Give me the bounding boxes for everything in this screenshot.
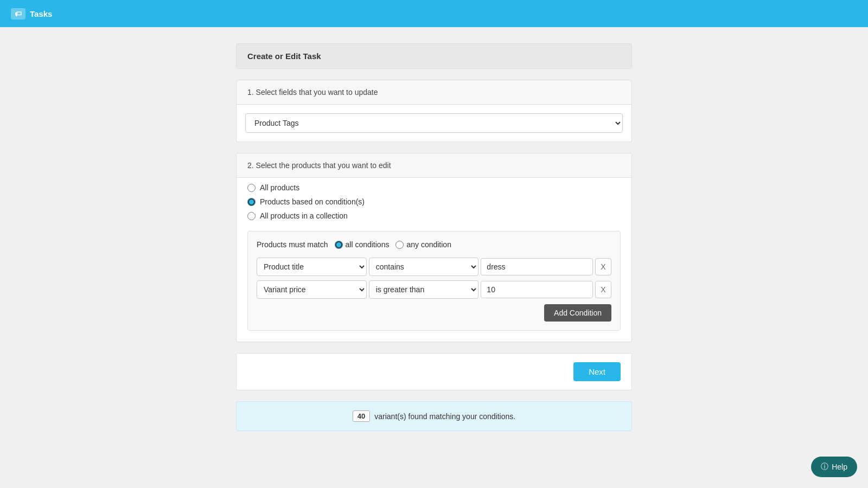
condition-row-1: Product title Variant price Product vend… bbox=[257, 280, 611, 299]
info-bar: 40 variant(s) found matching your condit… bbox=[236, 401, 632, 431]
condition-1-operator-select[interactable]: is greater than is less than is equal to… bbox=[369, 280, 479, 299]
condition-0-operator-select[interactable]: contains does not contain is equal to is… bbox=[369, 258, 479, 276]
conditions-box: Products must match all conditions any c… bbox=[247, 231, 621, 331]
main-content: Create or Edit Task 1. Select fields tha… bbox=[236, 43, 632, 431]
tag-icon: 🏷 bbox=[11, 8, 25, 20]
section1-content: Product Tags Product Title Product Descr… bbox=[236, 105, 632, 142]
radio-conditions-label: Products based on condition(s) bbox=[260, 197, 365, 206]
radio-conditions[interactable]: Products based on condition(s) bbox=[247, 197, 621, 206]
radio-all-products-input[interactable] bbox=[247, 184, 256, 192]
field-select[interactable]: Product Tags Product Title Product Descr… bbox=[245, 113, 623, 133]
condition-0-field-select[interactable]: Product title Variant price Product vend… bbox=[257, 258, 367, 276]
match-all-label: all conditions bbox=[346, 240, 390, 249]
condition-0-remove-button[interactable]: X bbox=[595, 258, 611, 275]
page-title: Create or Edit Task bbox=[237, 44, 631, 68]
help-button[interactable]: ⓘ Help bbox=[811, 457, 857, 477]
help-label: Help bbox=[832, 463, 847, 471]
next-button[interactable]: Next bbox=[573, 362, 621, 381]
radio-all-products[interactable]: All products bbox=[247, 183, 621, 192]
radio-collection-input[interactable] bbox=[247, 212, 256, 220]
product-select-radio-group: All products Products based on condition… bbox=[237, 178, 631, 226]
match-any-condition[interactable]: any condition bbox=[395, 240, 451, 249]
radio-collection-label: All products in a collection bbox=[260, 211, 348, 220]
radio-collection[interactable]: All products in a collection bbox=[247, 211, 621, 220]
help-icon: ⓘ bbox=[821, 462, 828, 472]
radio-conditions-input[interactable] bbox=[247, 198, 256, 206]
condition-row-0: Product title Variant price Product vend… bbox=[257, 258, 611, 276]
section2-wrapper: 2. Select the products that you want to … bbox=[236, 153, 632, 342]
add-condition-button[interactable]: Add Condition bbox=[544, 304, 611, 322]
conditions-match-row: Products must match all conditions any c… bbox=[257, 240, 611, 249]
match-all-conditions[interactable]: all conditions bbox=[335, 240, 390, 249]
variant-text: variant(s) found matching your condition… bbox=[374, 412, 515, 421]
radio-all-products-label: All products bbox=[260, 183, 299, 192]
variant-count: 40 bbox=[353, 410, 370, 422]
match-radio-group: all conditions any condition bbox=[335, 240, 451, 249]
section1-label: 1. Select fields that you want to update bbox=[236, 80, 632, 105]
section2-label: 2. Select the products that you want to … bbox=[236, 153, 632, 178]
match-label: Products must match bbox=[257, 240, 328, 249]
match-any-label: any condition bbox=[406, 240, 451, 249]
next-row: Next bbox=[236, 353, 632, 390]
condition-1-value-input[interactable] bbox=[481, 281, 593, 298]
match-any-input[interactable] bbox=[395, 241, 404, 249]
nav-brand-label: Tasks bbox=[30, 9, 52, 18]
add-condition-row: Add Condition bbox=[257, 304, 611, 322]
condition-1-field-select[interactable]: Product title Variant price Product vend… bbox=[257, 280, 367, 299]
nav-brand: 🏷 Tasks bbox=[11, 8, 52, 20]
match-all-input[interactable] bbox=[335, 241, 343, 249]
section1-wrapper: 1. Select fields that you want to update… bbox=[236, 80, 632, 142]
condition-1-remove-button[interactable]: X bbox=[595, 281, 611, 298]
section2-content: All products Products based on condition… bbox=[236, 178, 632, 342]
condition-0-value-input[interactable] bbox=[481, 258, 593, 275]
page-title-card: Create or Edit Task bbox=[236, 43, 632, 69]
top-nav: 🏷 Tasks bbox=[0, 0, 868, 27]
